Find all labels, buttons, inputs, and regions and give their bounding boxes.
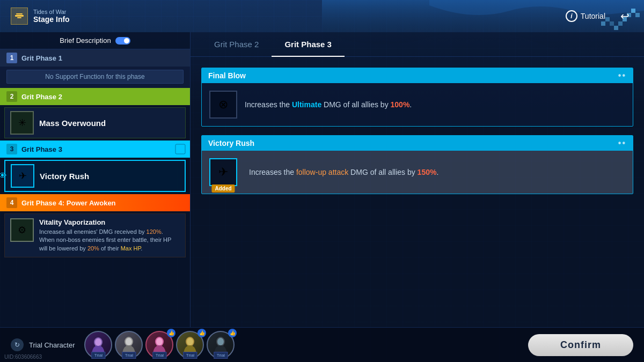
thumb-icon-3: 👍: [167, 329, 175, 337]
app-title: Stage Info: [33, 15, 70, 24]
phase-3-label: Grit Phase 3: [21, 145, 62, 153]
phase-2-section: 2 Grit Phase 2 ✳ Mass Overwound: [0, 88, 190, 138]
svg-point-20: [187, 338, 193, 345]
phase-3-skill-wrap: 👁 ✈ Victory Rush: [0, 160, 190, 192]
tutorial-button[interactable]: i Tutorial: [566, 10, 605, 22]
phase-4-skill: ⚙ Vitality Vaporization Increases all en…: [4, 213, 186, 257]
phase-2-label: Grit Phase 2: [21, 93, 62, 101]
phase-3-header[interactable]: 3 Grit Phase 3: [0, 141, 190, 158]
header-right: i Tutorial ↩: [566, 8, 633, 25]
victory-rush-title: Victory Rush: [208, 139, 254, 147]
svg-point-14: [95, 338, 101, 346]
header-left: Tides of War Stage Info: [11, 8, 70, 25]
victory-rush-card: Victory Rush •• ✈ Added Increases the fo…: [201, 135, 633, 194]
victory-rush-icon: ✈: [11, 164, 34, 188]
final-blow-header: Final Blow ••: [202, 68, 633, 83]
phase-1-label: Grit Phase 1: [21, 54, 62, 62]
svg-rect-9: [15, 15, 24, 17]
final-blow-body: ⊗ Increases the Ultimate DMG of all alli…: [202, 83, 633, 126]
victory-rush-menu[interactable]: ••: [618, 138, 626, 148]
tab-grit-phase-3[interactable]: Grit Phase 3: [272, 32, 345, 56]
avatar-2-badge: Trial: [122, 352, 136, 359]
avatar-2-wrap[interactable]: Trial: [115, 331, 143, 359]
hp-value: 20%: [87, 245, 99, 252]
header: Tides of War Stage Info i Tutorial ↩: [0, 0, 644, 32]
phase-3-section: 3 Grit Phase 3 👁 ✈ Victory Rush: [0, 141, 190, 192]
brief-description-toggle[interactable]: [115, 37, 130, 45]
phase-3-check-icon: [175, 144, 186, 154]
brief-description-label: Brief Description: [60, 36, 111, 45]
phase-1-number: 1: [6, 53, 17, 63]
thumb-icon-5: 👍: [228, 329, 237, 337]
follow-up-highlight: follow-up attack: [296, 168, 348, 176]
victory-rush-card-icon: ✈: [209, 158, 237, 186]
info-icon: i: [566, 10, 577, 22]
victory-rush-header: Victory Rush ••: [202, 136, 633, 151]
dmg-value: 120%: [147, 228, 162, 235]
phase-1-header[interactable]: 1 Grit Phase 1: [0, 49, 190, 67]
avatar-5-wrap[interactable]: 👍 Trial: [207, 331, 235, 359]
app-subtitle: Tides of War: [33, 9, 70, 15]
avatar-1-wrap[interactable]: Trial: [84, 331, 112, 359]
trial-icon: ↻: [11, 338, 24, 351]
character-avatars: Trial Trial 👍: [84, 331, 235, 359]
avatar-3-badge: Trial: [153, 352, 166, 359]
svg-rect-12: [175, 144, 185, 154]
trial-section: ↻ Trial Character Trial: [11, 331, 235, 359]
phase-2-number: 2: [6, 91, 17, 102]
header-title-block: Tides of War Stage Info: [33, 9, 70, 24]
phase-4-section: 4 Grit Phase 4: Power Awoken ⚙ Vitality …: [0, 194, 190, 257]
final-blow-menu[interactable]: ••: [618, 71, 626, 80]
vitality-vaporization-desc: Increases all enemies' DMG received by 1…: [39, 228, 180, 253]
final-blow-card: Final Blow •• ⊗ Increases the Ultimate D…: [201, 68, 633, 127]
victory-rush-body: ✈ Added Increases the follow-up attack D…: [202, 151, 633, 194]
phase-4-skill-text: Vitality Vaporization Increases all enem…: [39, 218, 180, 253]
phase-2-header[interactable]: 2 Grit Phase 2: [0, 88, 190, 105]
phase-2-skill: ✳ Mass Overwound: [4, 107, 186, 138]
tab-grit-phase-2[interactable]: Grit Phase 2: [201, 32, 272, 56]
avatar-1-badge: Trial: [92, 352, 105, 359]
avatar-4-badge: Trial: [184, 352, 197, 359]
victory-rush-desc: Increases the follow-up attack DMG of al…: [249, 167, 438, 178]
svg-rect-11: [17, 17, 21, 18]
max-hp-label: Max HP: [121, 245, 141, 252]
eye-icon: 👁: [0, 171, 7, 181]
vitality-vaporization-name: Vitality Vaporization: [39, 218, 180, 226]
thumb-icon-4: 👍: [197, 329, 206, 337]
victory-rush-value: 150%: [418, 168, 437, 176]
confirm-button[interactable]: Confirm: [528, 334, 633, 356]
tutorial-label: Tutorial: [581, 12, 605, 20]
phase-3-skill: ✈ Victory Rush: [4, 160, 186, 192]
vitality-vaporization-icon: ⚙: [10, 218, 34, 242]
svg-point-22: [217, 338, 224, 345]
avatar-4-wrap[interactable]: 👍 Trial: [176, 331, 204, 359]
svg-point-18: [156, 338, 163, 345]
victory-rush-icon-wrap: ✈ Added: [209, 158, 237, 186]
right-panel: Grit Phase 2 Grit Phase 3 Final Blow •• …: [191, 32, 644, 327]
phase-3-number: 3: [6, 144, 17, 154]
back-button[interactable]: ↩: [616, 8, 633, 25]
svg-rect-10: [16, 13, 23, 14]
tabs-bar: Grit Phase 2 Grit Phase 3: [191, 32, 644, 57]
bottom-bar: ↻ Trial Character Trial: [0, 327, 644, 362]
victory-rush-name: Victory Rush: [40, 172, 89, 181]
final-blow-icon: ⊗: [209, 91, 237, 119]
added-badge-wrap: Added: [211, 183, 235, 193]
svg-point-16: [126, 338, 132, 345]
tides-of-war-icon: [11, 8, 28, 25]
final-blow-value: 100%: [391, 100, 410, 109]
phase-4-number: 4: [6, 197, 17, 208]
trial-label: Trial Character: [29, 341, 75, 349]
left-panel: Brief Description 1 Grit Phase 1 No Supp…: [0, 32, 191, 327]
avatar-5-badge: Trial: [214, 352, 228, 359]
ultimate-highlight: Ultimate: [292, 100, 321, 109]
mass-overwound-icon: ✳: [10, 111, 34, 135]
phase-4-header[interactable]: 4 Grit Phase 4: Power Awoken: [0, 194, 190, 211]
phase-4-label: Grit Phase 4: Power Awoken: [21, 199, 116, 207]
phase-1-section: 1 Grit Phase 1 No Support Function for t…: [0, 49, 190, 88]
uid-text: UID:603606663: [4, 354, 42, 360]
no-support-text: No Support Function for this phase: [6, 70, 184, 84]
final-blow-desc: Increases the Ultimate DMG of all allies…: [245, 99, 412, 110]
avatar-3-wrap[interactable]: 👍 Trial: [145, 331, 173, 359]
content-area: Final Blow •• ⊗ Increases the Ultimate D…: [191, 57, 644, 205]
